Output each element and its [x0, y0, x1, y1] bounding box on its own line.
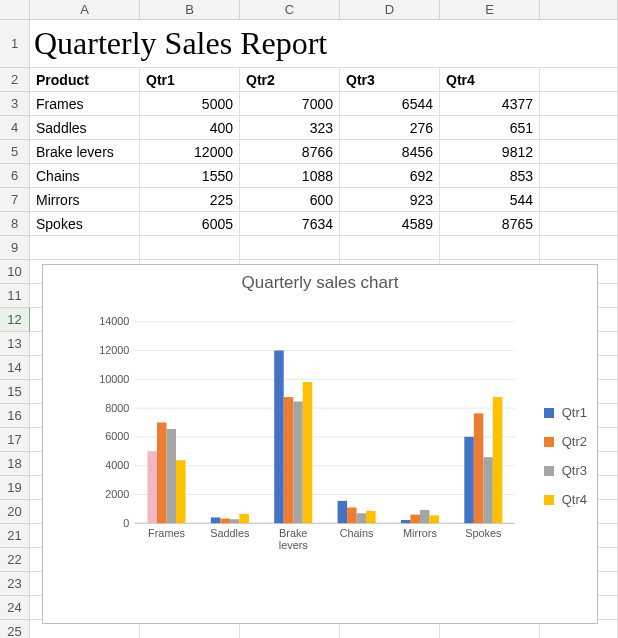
col-header-B[interactable]: B	[140, 0, 240, 20]
row-header-10[interactable]: 10	[0, 260, 30, 284]
select-all-corner[interactable]	[0, 0, 30, 20]
value-cell[interactable]: 923	[340, 188, 440, 212]
bar	[464, 437, 474, 523]
table-header[interactable]: Qtr4	[440, 68, 540, 92]
row-header-21[interactable]: 21	[0, 524, 30, 548]
product-cell[interactable]: Frames	[30, 92, 140, 116]
row-header-20[interactable]: 20	[0, 500, 30, 524]
value-cell[interactable]: 323	[240, 116, 340, 140]
value-cell[interactable]: 4377	[440, 92, 540, 116]
value-cell[interactable]: 692	[340, 164, 440, 188]
row-header-6[interactable]: 6	[0, 164, 30, 188]
svg-text:Saddles: Saddles	[210, 527, 249, 539]
cell[interactable]	[540, 140, 618, 164]
value-cell[interactable]: 9812	[440, 140, 540, 164]
chart-plot: 02000400060008000100001200014000FramesSa…	[95, 313, 515, 567]
value-cell[interactable]: 8766	[240, 140, 340, 164]
cell[interactable]	[440, 236, 540, 260]
table-header[interactable]: Qtr1	[140, 68, 240, 92]
value-cell[interactable]: 8765	[440, 212, 540, 236]
row-header-11[interactable]: 11	[0, 284, 30, 308]
row-header-15[interactable]: 15	[0, 380, 30, 404]
product-cell[interactable]: Chains	[30, 164, 140, 188]
row-header-1[interactable]: 1	[0, 20, 30, 68]
product-cell[interactable]: Mirrors	[30, 188, 140, 212]
value-cell[interactable]: 225	[140, 188, 240, 212]
cell[interactable]	[540, 68, 618, 92]
row-header-16[interactable]: 16	[0, 404, 30, 428]
value-cell[interactable]: 1550	[140, 164, 240, 188]
value-cell[interactable]: 6544	[340, 92, 440, 116]
cell[interactable]	[540, 236, 618, 260]
svg-text:6000: 6000	[105, 431, 129, 443]
chart-legend: Qtr1Qtr2Qtr3Qtr4	[544, 405, 587, 521]
bar	[347, 508, 357, 524]
col-header-A[interactable]: A	[30, 0, 140, 20]
row-header-17[interactable]: 17	[0, 428, 30, 452]
cell[interactable]	[540, 188, 618, 212]
table-header[interactable]: Qtr2	[240, 68, 340, 92]
cell[interactable]	[30, 236, 140, 260]
product-cell[interactable]: Saddles	[30, 116, 140, 140]
value-cell[interactable]: 12000	[140, 140, 240, 164]
bar	[410, 515, 420, 524]
bar	[401, 520, 411, 523]
cell[interactable]	[540, 116, 618, 140]
cell[interactable]	[540, 20, 618, 68]
row-header-3[interactable]: 3	[0, 92, 30, 116]
legend-label: Qtr1	[562, 405, 587, 420]
cell[interactable]	[540, 92, 618, 116]
bar	[357, 513, 367, 523]
value-cell[interactable]: 4589	[340, 212, 440, 236]
value-cell[interactable]: 400	[140, 116, 240, 140]
product-cell[interactable]: Brake levers	[30, 140, 140, 164]
value-cell[interactable]: 1088	[240, 164, 340, 188]
product-cell[interactable]: Spokes	[30, 212, 140, 236]
row-header-13[interactable]: 13	[0, 332, 30, 356]
row-header-4[interactable]: 4	[0, 116, 30, 140]
table-header[interactable]: Qtr3	[340, 68, 440, 92]
row-header-8[interactable]: 8	[0, 212, 30, 236]
row-header-22[interactable]: 22	[0, 548, 30, 572]
row-header-5[interactable]: 5	[0, 140, 30, 164]
row-header-25[interactable]: 25	[0, 620, 30, 638]
value-cell[interactable]: 5000	[140, 92, 240, 116]
bar	[220, 519, 230, 524]
row-header-19[interactable]: 19	[0, 476, 30, 500]
value-cell[interactable]: 651	[440, 116, 540, 140]
svg-text:10000: 10000	[99, 373, 129, 385]
value-cell[interactable]: 6005	[140, 212, 240, 236]
value-cell[interactable]: 8456	[340, 140, 440, 164]
row-header-24[interactable]: 24	[0, 596, 30, 620]
row-header-9[interactable]: 9	[0, 236, 30, 260]
svg-text:Brake: Brake	[279, 527, 307, 539]
legend-item: Qtr1	[544, 405, 587, 420]
value-cell[interactable]: 276	[340, 116, 440, 140]
row-header-23[interactable]: 23	[0, 572, 30, 596]
value-cell[interactable]: 600	[240, 188, 340, 212]
row-header-7[interactable]: 7	[0, 188, 30, 212]
table-header[interactable]: Product	[30, 68, 140, 92]
cell[interactable]	[340, 236, 440, 260]
value-cell[interactable]: 544	[440, 188, 540, 212]
row-header-18[interactable]: 18	[0, 452, 30, 476]
cell[interactable]	[140, 236, 240, 260]
cell[interactable]	[240, 236, 340, 260]
col-header-E[interactable]: E	[440, 0, 540, 20]
cell[interactable]	[540, 164, 618, 188]
bar	[483, 457, 493, 523]
row-header-14[interactable]: 14	[0, 356, 30, 380]
value-cell[interactable]: 853	[440, 164, 540, 188]
chart-container[interactable]: Quarterly sales chart Qtr1Qtr2Qtr3Qtr4 0…	[42, 264, 598, 624]
value-cell[interactable]: 7000	[240, 92, 340, 116]
title-cell[interactable]: Quarterly Sales Report	[30, 20, 540, 68]
row-header-12[interactable]: 12	[0, 308, 30, 332]
row-header-2[interactable]: 2	[0, 68, 30, 92]
chart-title: Quarterly sales chart	[43, 273, 597, 293]
cell[interactable]	[540, 212, 618, 236]
bar	[474, 413, 484, 523]
col-header-D[interactable]: D	[340, 0, 440, 20]
col-header-extra[interactable]	[540, 0, 618, 20]
value-cell[interactable]: 7634	[240, 212, 340, 236]
col-header-C[interactable]: C	[240, 0, 340, 20]
